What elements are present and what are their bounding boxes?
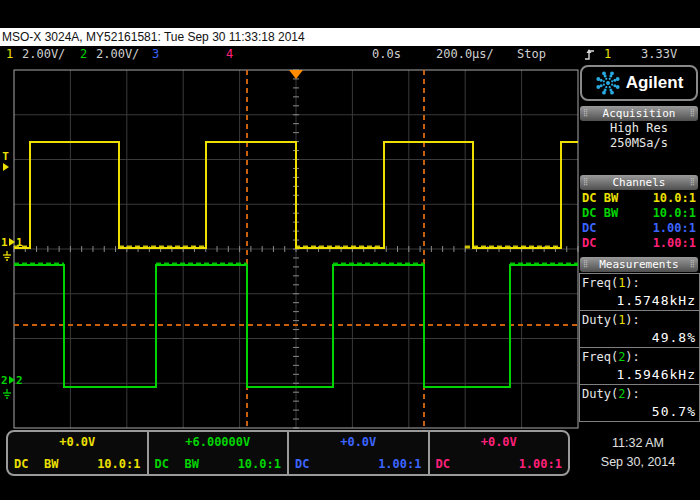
ch3-offset: +0.0V xyxy=(289,432,428,452)
measurement-freq2: Freq(2): 1.5946kHz xyxy=(580,348,699,385)
acquisition-mode: High Res xyxy=(579,121,699,136)
channels-header[interactable]: ⣿ Channels ⣿ xyxy=(580,175,698,190)
measurement-value: 49.8% xyxy=(580,329,699,347)
ch2-ground-marker[interactable]: 2 xyxy=(1,374,15,386)
channels-list: DC BW 10.0:1 DC BW 10.0:1 DC 1.00:1 DC 1… xyxy=(579,191,699,251)
ch1-ground-marker[interactable]: 1 xyxy=(1,236,15,248)
edge-trigger-icon xyxy=(584,48,595,61)
ch1-scale[interactable]: 2.00V/ xyxy=(22,47,65,61)
brand-name: Agilent xyxy=(626,73,684,93)
ch2-ground-label: 2 xyxy=(16,374,23,386)
ch1-trace xyxy=(14,142,578,248)
brand-logo-box: Agilent xyxy=(580,65,698,101)
acquisition-state[interactable]: Stop xyxy=(517,47,546,61)
clock-time: 11:32 AM xyxy=(582,434,694,453)
trigger-level-value[interactable]: 3.33V xyxy=(641,47,677,61)
capture-title-band: MSO-X 3024A, MY52161581: Tue Sep 30 11:3… xyxy=(0,28,700,46)
ch3-status-number[interactable]: 3 xyxy=(152,47,159,61)
measurements-header[interactable]: ⣿ Measurements ⣿ xyxy=(580,257,698,272)
ch1-coupling-row: DC BW 10.0:1 xyxy=(579,191,699,206)
ch3-settings-cell[interactable]: +0.0V DC1.00:1 xyxy=(289,432,430,474)
status-bar: 1 2.00V/ 2 2.00V/ 3 4 0.0s 200.0µs/ Stop… xyxy=(0,46,700,63)
ch3-coupling-row: DC 1.00:1 xyxy=(579,221,699,236)
sample-rate: 250MSa/s xyxy=(579,136,699,151)
ch2-coupling-row: DC BW 10.0:1 xyxy=(579,206,699,221)
measurement-value: 50.7% xyxy=(580,403,699,421)
grip-icon: ⣿ xyxy=(583,261,588,268)
trigger-level-marker[interactable]: T xyxy=(2,150,9,171)
ch1-ground-label: 1 xyxy=(16,236,23,248)
clock-date: Sep 30, 2014 xyxy=(582,453,694,472)
grip-icon: ⣿ xyxy=(583,179,588,186)
ch4-coupling-row: DC 1.00:1 xyxy=(579,236,699,251)
timebase-setting[interactable]: 200.0µs/ xyxy=(436,47,494,61)
ch2-ground-symbol-icon xyxy=(2,389,12,399)
ch1-settings-cell[interactable]: +0.0V DCBW10.0:1 xyxy=(8,432,149,474)
oscilloscope-screen: MSO-X 3024A, MY52161581: Tue Sep 30 11:3… xyxy=(0,0,700,500)
ch2-settings-cell[interactable]: +6.00000V DCBW10.0:1 xyxy=(149,432,290,474)
ch4-offset: +0.0V xyxy=(430,432,569,452)
agilent-starburst-icon xyxy=(595,70,621,96)
channel-settings-bar: +0.0V DCBW10.0:1 +6.00000V DCBW10.0:1 +0… xyxy=(6,430,570,476)
trigger-arrow-icon xyxy=(3,163,9,171)
waveform-graticule xyxy=(0,62,580,432)
grip-icon: ⣿ xyxy=(583,110,588,117)
measurement-freq1: Freq(1): 1.5748kHz xyxy=(580,274,699,311)
top-black-bar xyxy=(0,0,700,28)
ch2-status-number[interactable]: 2 xyxy=(80,47,87,61)
ch4-status-number[interactable]: 4 xyxy=(226,47,233,61)
measurement-value: 1.5946kHz xyxy=(580,366,699,384)
ch2-arrow-icon xyxy=(9,376,15,384)
ch4-settings-cell[interactable]: +0.0V DC1.00:1 xyxy=(430,432,569,474)
measurement-value: 1.5748kHz xyxy=(580,292,699,310)
clock-display: 11:32 AM Sep 30, 2014 xyxy=(582,434,694,472)
instrument-title: MSO-X 3024A, MY52161581: Tue Sep 30 11:3… xyxy=(2,30,305,44)
ch2-scale[interactable]: 2.00V/ xyxy=(96,47,139,61)
measurements-list: Freq(1): 1.5748kHz Duty(1): 49.8% Freq(2… xyxy=(579,273,700,422)
ch1-offset: +0.0V xyxy=(8,432,147,452)
right-info-panel: Agilent ⣿ Acquisition ⣿ High Res 250MSa/… xyxy=(579,63,700,431)
acquisition-header[interactable]: ⣿ Acquisition ⣿ xyxy=(580,106,698,121)
horizontal-delay[interactable]: 0.0s xyxy=(372,47,401,61)
ch1-status-number[interactable]: 1 xyxy=(6,47,13,61)
ch2-offset: +6.00000V xyxy=(149,432,288,452)
grip-icon: ⣿ xyxy=(690,179,695,186)
trigger-time-marker xyxy=(289,70,303,79)
measurement-duty2: Duty(2): 50.7% xyxy=(580,385,699,421)
measurement-duty1: Duty(1): 49.8% xyxy=(580,311,699,348)
acquisition-info: High Res 250MSa/s xyxy=(579,121,699,151)
trigger-source[interactable]: 1 xyxy=(604,47,611,61)
grip-icon: ⣿ xyxy=(690,110,695,117)
scope-display: 1 2.00V/ 2 2.00V/ 3 4 0.0s 200.0µs/ Stop… xyxy=(0,46,700,500)
grip-icon: ⣿ xyxy=(690,261,695,268)
ch1-ground-symbol-icon xyxy=(2,251,12,261)
ch1-arrow-icon xyxy=(9,238,15,246)
